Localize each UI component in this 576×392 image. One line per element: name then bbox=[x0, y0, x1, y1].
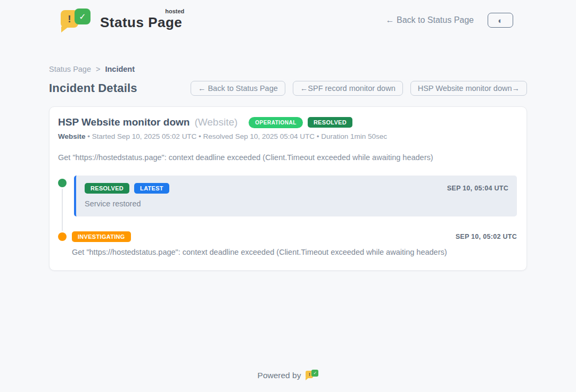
powered-by: Powered by ! ✓ bbox=[49, 370, 527, 381]
header-right: ← Back to Status Page ◐ bbox=[386, 13, 513, 28]
timeline-resolved-badge: RESOLVED bbox=[85, 183, 129, 194]
timeline-entry-resolved: RESOLVED LATEST SEP 10, 05:04 UTC Servic… bbox=[58, 176, 517, 216]
logo-brand-label: Status Page bbox=[100, 14, 182, 30]
timeline-dot-green bbox=[58, 179, 67, 187]
breadcrumb-separator: > bbox=[96, 65, 100, 73]
timeline-entry-body: INVESTIGATING SEP 10, 05:02 UTC Get "htt… bbox=[72, 231, 517, 256]
half-circle-theme-icon: ◐ bbox=[498, 16, 503, 24]
timeline-entry-head: RESOLVED LATEST SEP 10, 05:04 UTC bbox=[85, 183, 508, 194]
incident-description: Get "https://hostedstatus.page": context… bbox=[58, 153, 517, 162]
check-bubble-icon: ✓ bbox=[311, 370, 318, 377]
status-page-logo-icon: ! ✓ bbox=[61, 9, 93, 32]
timeline-entry-head: INVESTIGATING SEP 10, 05:02 UTC bbox=[72, 231, 517, 242]
timeline-entry-body: RESOLVED LATEST SEP 10, 05:04 UTC Servic… bbox=[74, 176, 517, 216]
incident-meta-component: Website bbox=[58, 132, 86, 140]
operational-status-badge: OPERATIONAL bbox=[249, 117, 303, 128]
status-page-mini-logo-icon[interactable]: ! ✓ bbox=[306, 370, 318, 381]
incident-timeline: RESOLVED LATEST SEP 10, 05:04 UTC Servic… bbox=[58, 176, 517, 256]
app-logo[interactable]: ! ✓ hosted Status Page bbox=[61, 9, 182, 32]
timeline-dot-orange bbox=[58, 232, 67, 241]
theme-toggle-button[interactable]: ◐ bbox=[488, 13, 513, 28]
incident-nav-buttons: ← Back to Status Page ←SPF record monito… bbox=[191, 81, 527, 96]
header: ! ✓ hosted Status Page ← Back to Status … bbox=[49, 0, 527, 32]
logo-text: hosted Status Page bbox=[100, 10, 182, 31]
timeline-timestamp: SEP 10, 05:02 UTC bbox=[456, 233, 517, 240]
logo-hosted-label: hosted bbox=[165, 8, 184, 14]
back-to-status-page-button[interactable]: ← Back to Status Page bbox=[191, 81, 285, 96]
page-title: Incident Details bbox=[49, 81, 137, 95]
next-incident-button[interactable]: HSP Website monitor down→ bbox=[410, 81, 527, 96]
timeline-message: Service restored bbox=[85, 199, 508, 208]
header-back-to-status-page-link[interactable]: ← Back to Status Page bbox=[386, 15, 474, 25]
timeline-investigating-badge: INVESTIGATING bbox=[72, 231, 131, 242]
incident-card: HSP Website monitor down (Website) OPERA… bbox=[49, 106, 527, 271]
breadcrumb-current: Incident bbox=[105, 65, 135, 73]
timeline-timestamp: SEP 10, 05:04 UTC bbox=[447, 185, 508, 192]
check-bubble-icon: ✓ bbox=[75, 9, 90, 24]
breadcrumb-root[interactable]: Status Page bbox=[49, 65, 91, 73]
timeline-message: Get "https://hostedstatus.page": context… bbox=[72, 248, 517, 256]
incident-meta: Website • Started Sep 10, 2025 05:02 UTC… bbox=[58, 132, 517, 140]
title-row: Incident Details ← Back to Status Page ←… bbox=[49, 81, 527, 96]
footer: Powered by ! ✓ © 2025-10-08 14:10:34.772… bbox=[49, 370, 527, 392]
powered-by-label: Powered by bbox=[258, 371, 301, 380]
breadcrumb: Status Page > Incident bbox=[49, 65, 527, 73]
incident-title: HSP Website monitor down bbox=[58, 116, 190, 128]
resolved-status-badge: RESOLVED bbox=[308, 117, 352, 128]
timeline-latest-badge: LATEST bbox=[134, 183, 169, 194]
prev-incident-button[interactable]: ←SPF record monitor down bbox=[293, 81, 403, 96]
incident-title-row: HSP Website monitor down (Website) OPERA… bbox=[58, 116, 517, 128]
incident-meta-details: • Started Sep 10, 2025 05:02 UTC • Resol… bbox=[86, 132, 388, 140]
incident-component: (Website) bbox=[194, 116, 237, 128]
timeline-entry-investigating: INVESTIGATING SEP 10, 05:02 UTC Get "htt… bbox=[58, 231, 517, 256]
